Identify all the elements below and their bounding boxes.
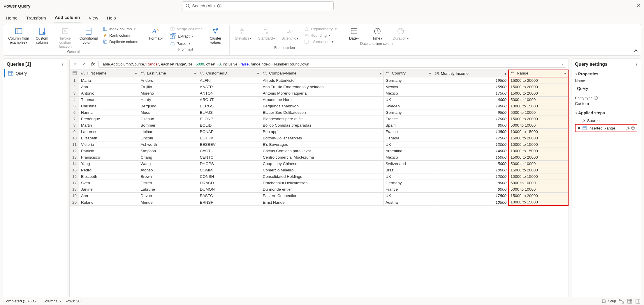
- cell[interactable]: DHOPS: [198, 161, 261, 167]
- row-number[interactable]: 8: [70, 122, 79, 129]
- cell[interactable]: 6000: [433, 186, 508, 193]
- cell[interactable]: 5000 to 10000: [508, 109, 568, 116]
- tab-help[interactable]: Help: [106, 13, 117, 22]
- cell[interactable]: Alfreds Futterkiste: [261, 77, 383, 84]
- column-header[interactable]: ABCRange ▾: [508, 70, 568, 77]
- cell[interactable]: 5000 to 10000: [508, 186, 568, 193]
- cell[interactable]: Devon: [139, 193, 198, 199]
- cell[interactable]: Chang: [139, 154, 198, 161]
- column-header[interactable]: ABCCompanyName ▾: [261, 70, 383, 77]
- cell[interactable]: 17500: [433, 193, 508, 199]
- cancel-formula-icon[interactable]: ✕: [72, 61, 79, 68]
- cell[interactable]: Du monde entier: [261, 186, 383, 193]
- row-number[interactable]: 7: [70, 116, 79, 122]
- formula-input[interactable]: Table.AddColumn(Source, "Range", each le…: [98, 61, 566, 68]
- row-number[interactable]: 18: [70, 186, 79, 193]
- table-row[interactable]: 13FransciscoChangCENTCCentro comercial M…: [70, 154, 569, 161]
- cell[interactable]: Around the Horn: [261, 97, 383, 103]
- cell[interactable]: Bólido Comidas preparadas: [261, 122, 383, 129]
- cell[interactable]: 5000 to 10000: [508, 180, 568, 186]
- table-row[interactable]: 12PatricioSimpsonCACTUCactus Comidas par…: [70, 148, 569, 154]
- cell[interactable]: UK: [384, 97, 433, 103]
- cell[interactable]: Trujillo: [139, 84, 198, 90]
- cell[interactable]: 15000 to 20000: [508, 167, 568, 173]
- data-grid[interactable]: ABCFirst Name ▾ABCLast Name ▾ABCCustomer…: [70, 70, 569, 305]
- row-number-header[interactable]: [70, 70, 79, 77]
- cell[interactable]: Labrune: [139, 186, 198, 193]
- tab-add-column[interactable]: Add column: [54, 13, 81, 22]
- cell[interactable]: Spain: [384, 122, 433, 129]
- table-row[interactable]: 18JanineLabruneDUMONDu monde entierFranc…: [70, 186, 569, 193]
- cell[interactable]: Wang: [139, 161, 198, 167]
- cell[interactable]: 10000 to 15000: [508, 148, 568, 154]
- cell[interactable]: France: [384, 129, 433, 135]
- grid-view-icon[interactable]: [627, 299, 632, 304]
- cell[interactable]: Blondesddsl pére et fils: [261, 116, 383, 122]
- row-number[interactable]: 12: [70, 148, 79, 154]
- cell[interactable]: Antonio Moreno Taqueria: [261, 90, 383, 97]
- cell[interactable]: B's Beverages: [261, 141, 383, 148]
- cell[interactable]: France: [384, 116, 433, 122]
- table-row[interactable]: 15PedroAfonsoCOMMIComércio MineiroBrazil…: [70, 167, 569, 173]
- cell[interactable]: Citeaux: [139, 116, 198, 122]
- cell[interactable]: Cactus Comidas para llevar: [261, 148, 383, 154]
- cell[interactable]: Yang: [79, 161, 139, 167]
- rank-column-button[interactable]: Rank column: [102, 32, 140, 38]
- step-inserted-range[interactable]: ✕ Inserted Range: [575, 124, 637, 132]
- tab-home[interactable]: Home: [5, 13, 19, 22]
- cell[interactable]: 15000 to 20000: [508, 84, 568, 90]
- cell[interactable]: 10000 to 15000: [508, 129, 568, 135]
- column-header[interactable]: ABCFirst Name ▾: [79, 70, 139, 77]
- cell[interactable]: 18000: [433, 167, 508, 173]
- row-number[interactable]: 2: [70, 84, 79, 90]
- cell[interactable]: CONSH: [198, 173, 261, 180]
- row-number[interactable]: 14: [70, 161, 79, 167]
- cell[interactable]: 17500: [433, 90, 508, 97]
- date-button[interactable]: Date▾: [343, 26, 365, 40]
- cell[interactable]: 6000: [433, 97, 508, 103]
- cell[interactable]: UK: [384, 193, 433, 199]
- cell[interactable]: Antonio: [79, 90, 139, 97]
- cell[interactable]: Ashworth: [139, 141, 198, 148]
- cell[interactable]: ALFKI: [198, 77, 261, 84]
- cluster-values-button[interactable]: Cluster values: [204, 26, 227, 45]
- cell[interactable]: Sweden: [384, 103, 433, 109]
- cell[interactable]: Mexico: [384, 84, 433, 90]
- cell[interactable]: Frédérique: [79, 116, 139, 122]
- table-row[interactable]: 3AntonioMorenoANTONAntonio Moreno Taquer…: [70, 90, 569, 97]
- cell[interactable]: Christina: [79, 103, 139, 109]
- cell[interactable]: Ernst Handel: [261, 199, 383, 206]
- cell[interactable]: Berglund: [139, 103, 198, 109]
- row-number[interactable]: 15: [70, 167, 79, 173]
- confirm-formula-icon[interactable]: ✓: [81, 61, 88, 68]
- cell[interactable]: Ann: [79, 193, 139, 199]
- cell[interactable]: Moos: [139, 109, 198, 116]
- row-number[interactable]: 9: [70, 129, 79, 135]
- expand-settings-icon[interactable]: ›: [636, 62, 637, 67]
- cell[interactable]: Chop-suey Chinese: [261, 161, 383, 167]
- cell[interactable]: 5000 to 10000: [508, 97, 568, 103]
- table-row[interactable]: 14YangWangDHOPSChop-suey ChineseSwitzerl…: [70, 161, 569, 167]
- row-number[interactable]: 20: [70, 199, 79, 206]
- cell[interactable]: Ana Trujillo Emaredados y helados: [261, 84, 383, 90]
- cell[interactable]: Franscisco: [79, 154, 139, 161]
- cell[interactable]: 5000 to 10000: [508, 161, 568, 167]
- cell[interactable]: Patricio: [79, 148, 139, 154]
- cell[interactable]: Roland: [79, 199, 139, 206]
- cell[interactable]: Elizabeth: [79, 135, 139, 141]
- cell[interactable]: EASTC: [198, 193, 261, 199]
- table-row[interactable]: 9LaurenceLibihanBONAPBon app'France10500…: [70, 129, 569, 135]
- cell[interactable]: 17500: [433, 135, 508, 141]
- cell[interactable]: Comércio Mineiro: [261, 167, 383, 173]
- cell[interactable]: Afonso: [139, 167, 198, 173]
- cell[interactable]: Switzerland: [384, 161, 433, 167]
- cell[interactable]: 15500: [433, 84, 508, 90]
- cell[interactable]: 10000 to 15000: [508, 199, 568, 206]
- query-item[interactable]: Query: [4, 69, 66, 77]
- table-row[interactable]: 8MartinSommerBOLIDBólido Comidas prepara…: [70, 122, 569, 129]
- table-row[interactable]: 4ThomasHardyAROUTAround the HornUK600050…: [70, 97, 569, 103]
- cell[interactable]: Hardy: [139, 97, 198, 103]
- cell[interactable]: BLAUS: [198, 109, 261, 116]
- extract-button[interactable]: ABC123Extract▾: [169, 32, 204, 40]
- query-name-input[interactable]: [575, 85, 637, 92]
